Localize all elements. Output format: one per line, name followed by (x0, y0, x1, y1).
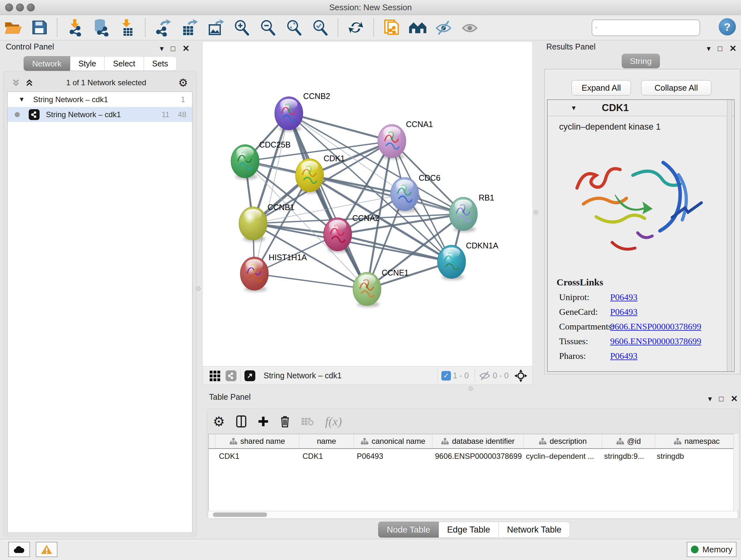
tab-node-table[interactable]: Node Table (378, 522, 439, 538)
edge-CCNE1-HIST1H1A[interactable] (254, 273, 367, 289)
expand-all-button[interactable]: Expand All (571, 80, 631, 96)
tab-edge-table[interactable]: Edge Table (439, 522, 499, 538)
tree-expander-icon[interactable]: ▼ (18, 96, 25, 103)
column-header-canonical-name[interactable]: canonical name (354, 434, 432, 448)
crosslink-value-link[interactable]: P06493 (610, 307, 637, 317)
network-options-gear-icon[interactable]: ⚙ (179, 76, 188, 89)
import-table-file-button[interactable] (117, 18, 138, 37)
network-canvas[interactable]: CDK1CCNB1CCNB2CCNA1CCNA2CCNE1CDC25BCDC6R… (203, 42, 532, 367)
node-CCNB1[interactable] (239, 207, 267, 242)
edge-CCNB2-HIST1H1A[interactable] (254, 113, 289, 273)
bottom-splitter-handle[interactable] (468, 386, 473, 391)
crosslink-value-link[interactable]: 9606.ENSP00000378699 (610, 336, 701, 347)
panel-float-icon[interactable]: □ (718, 45, 723, 52)
node-CCNB2[interactable] (275, 97, 303, 132)
import-network-database-button[interactable] (91, 18, 111, 37)
warnings-button[interactable] (36, 542, 57, 557)
export-image-button[interactable] (205, 18, 226, 37)
table-row[interactable]: CDK1CDK1P064939606.ENSP00000378699cyclin… (209, 449, 738, 463)
open-session-button[interactable] (3, 18, 23, 37)
card-expander-icon[interactable]: ▼ (570, 105, 577, 112)
left-splitter-handle[interactable] (196, 287, 201, 291)
grid-view-icon[interactable] (208, 369, 221, 382)
column-header-namespac[interactable]: namespac (655, 434, 738, 448)
tab-network-table[interactable]: Network Table (499, 522, 570, 538)
node-CCNE1[interactable] (353, 272, 381, 307)
export-network-button[interactable] (153, 18, 173, 37)
cell-description[interactable]: cyclin–dependent ... (522, 449, 600, 463)
hide-selected-button[interactable] (434, 18, 454, 37)
network-collection-row[interactable]: ▼ String Network – cdk1 1 (8, 92, 192, 107)
refresh-button[interactable] (346, 18, 366, 37)
search-input[interactable] (599, 23, 699, 33)
tab-style[interactable]: Style (70, 56, 105, 71)
cell-namespac[interactable]: stringdb (653, 449, 736, 463)
selected-nodes-checkbox-icon[interactable]: ✓ (441, 371, 451, 381)
column-header-description[interactable]: description (524, 434, 602, 448)
collapse-all-button[interactable]: Collapse All (641, 80, 711, 96)
save-session-button[interactable] (29, 18, 50, 37)
table-settings-gear-icon[interactable]: ⚙ (213, 414, 225, 429)
tab-network[interactable]: Network (23, 56, 70, 71)
panel-close-icon[interactable]: ✕ (182, 44, 190, 53)
zoom-fit-button[interactable] (284, 18, 304, 37)
panel-float-icon[interactable]: □ (719, 395, 724, 402)
panel-menu-icon[interactable]: ▾ (160, 45, 164, 52)
horizontal-scrollbar[interactable] (208, 511, 738, 518)
detach-view-icon[interactable] (245, 370, 255, 381)
import-network-file-button[interactable] (65, 18, 85, 37)
memory-button[interactable]: Memory (687, 542, 737, 557)
show-all-button[interactable] (460, 18, 480, 37)
zoom-selected-button[interactable] (310, 18, 330, 37)
node-CCNA2[interactable] (324, 218, 352, 253)
crosslink-value-link[interactable]: P06493 (610, 292, 637, 302)
help-button[interactable]: ? (719, 18, 736, 36)
zoom-in-button[interactable] (231, 18, 252, 37)
panel-menu-icon[interactable]: ▾ (708, 395, 712, 402)
column-header-name[interactable]: name (299, 434, 354, 448)
panel-float-icon[interactable]: □ (171, 45, 176, 52)
search-field[interactable] (592, 19, 700, 36)
protein-card-header[interactable]: ▼ CDK1 (548, 100, 734, 116)
edge-CCNA2-CDKN1A[interactable] (338, 234, 452, 262)
node-CDKN1A[interactable] (437, 245, 466, 280)
panel-close-icon[interactable]: ✕ (731, 395, 738, 403)
cell-canonical-name[interactable]: P06493 (353, 449, 431, 463)
vertical-scrollbar[interactable] (733, 434, 739, 510)
column-header-database-identifier[interactable]: database identifier (432, 434, 524, 448)
card-scrollbar[interactable] (727, 100, 732, 371)
cell-database-identifier[interactable]: 9606.ENSP00000378699 (431, 449, 522, 463)
node-CDC25B[interactable] (231, 145, 259, 179)
crosslink-value-link[interactable]: P06493 (610, 351, 637, 361)
expand-all-chevrons-icon[interactable] (24, 78, 34, 87)
node-RB1[interactable] (449, 197, 477, 232)
tab-string[interactable]: String (622, 54, 660, 68)
panel-menu-icon[interactable]: ▾ (707, 45, 711, 52)
node-CCNA1[interactable] (378, 125, 406, 159)
network-view-icon[interactable] (226, 370, 237, 381)
delete-column-trash-icon[interactable] (280, 415, 290, 428)
cell-name[interactable]: CDK1 (299, 449, 353, 463)
zoom-out-button[interactable] (258, 18, 278, 37)
cell-shared-name[interactable]: CDK1 (215, 449, 299, 463)
panel-close-icon[interactable]: ✕ (729, 44, 737, 53)
crosslink-value-link[interactable]: 9606.ENSP00000378699 (610, 321, 701, 332)
node-CDC6[interactable] (391, 178, 419, 212)
collapse-all-chevrons-icon[interactable] (11, 78, 21, 87)
cloud-sync-button[interactable] (8, 542, 30, 557)
edge-CCNB2-CCNE1[interactable] (289, 113, 367, 289)
birds-eye-view-icon[interactable] (514, 369, 528, 383)
node-HIST1H1A[interactable] (240, 257, 268, 292)
column-header-@id[interactable]: @id (602, 434, 655, 448)
tab-select[interactable]: Select (105, 56, 144, 71)
clone-network-button[interactable] (381, 18, 402, 37)
show-columns-icon[interactable] (236, 415, 247, 428)
tab-sets[interactable]: Sets (144, 56, 177, 71)
hidden-items-icon[interactable] (479, 371, 491, 381)
network-row-selected[interactable]: String Network – cdk1 11 48 (8, 107, 192, 122)
cell-@id[interactable]: stringdb:9... (600, 449, 653, 463)
first-neighbors-button[interactable] (408, 18, 428, 37)
export-table-button[interactable] (179, 18, 199, 37)
column-header-shared-name[interactable]: shared name (215, 434, 299, 448)
right-splitter-handle[interactable] (534, 210, 538, 214)
